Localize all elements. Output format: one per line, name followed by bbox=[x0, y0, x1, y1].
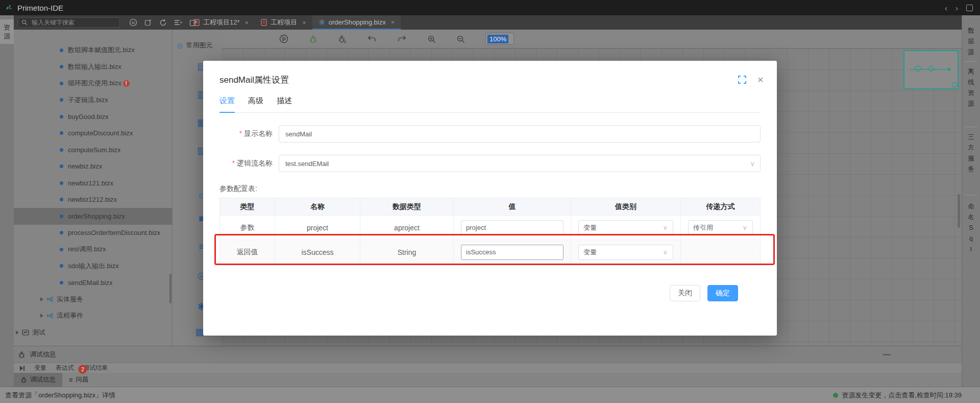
confirm-button[interactable]: 确定 bbox=[707, 285, 738, 301]
tree-item[interactable]: computeDiscount.bizx bbox=[14, 125, 172, 142]
tree-item[interactable]: processOrderItemDiscount.bizx bbox=[14, 225, 172, 242]
tree-item[interactable]: 流程事件 bbox=[14, 307, 172, 324]
refresh-icon[interactable] bbox=[159, 19, 167, 27]
tab-label: 问题 bbox=[76, 375, 88, 384]
minimize-icon[interactable]: — bbox=[883, 350, 890, 359]
gear-file-icon bbox=[318, 19, 325, 26]
file-bullet-icon bbox=[60, 131, 63, 135]
logicflow-name-select[interactable]: test.sendEMail ∨ bbox=[279, 155, 761, 172]
debug-bug-icon[interactable] bbox=[309, 35, 317, 43]
tree-item[interactable]: rest调用.bizx bbox=[14, 241, 172, 258]
tree-item[interactable]: sendEMail.bizx bbox=[14, 274, 172, 291]
value-input[interactable]: isSuccess bbox=[461, 245, 564, 260]
step-play-icon[interactable] bbox=[19, 365, 25, 371]
tab-project[interactable]: 工程项目 × bbox=[255, 15, 312, 30]
file-bullet-icon bbox=[60, 82, 63, 85]
tree-item[interactable]: buyGood.bizx bbox=[14, 108, 172, 125]
search-input[interactable] bbox=[31, 18, 109, 27]
run-debug-icon[interactable] bbox=[279, 34, 288, 43]
tab-project-12[interactable]: 工程项目12* × bbox=[187, 15, 255, 30]
chevron-down-icon: ∨ bbox=[742, 224, 747, 231]
tab-settings[interactable]: 设置 bbox=[219, 96, 235, 113]
tree-item-label: rest调用.bizx bbox=[68, 245, 106, 254]
nav-back-icon[interactable]: ‹ bbox=[945, 4, 947, 12]
bottom-tab-debug[interactable]: 调试信息 bbox=[14, 373, 62, 387]
tab-ordershopping[interactable]: orderShopping.bizx × bbox=[312, 15, 401, 30]
tab-advanced[interactable]: 高级 bbox=[248, 96, 263, 112]
debug-panel-header[interactable]: 调试信息 — bbox=[14, 346, 962, 363]
nav-forward-icon[interactable]: › bbox=[955, 4, 958, 12]
close-button[interactable]: 关闭 bbox=[670, 285, 700, 301]
value-input[interactable]: project bbox=[461, 220, 564, 235]
zoom-in-icon[interactable] bbox=[427, 35, 436, 43]
status-right-text: 资源发生变更，点击查看,检查时间:19:39 bbox=[842, 391, 962, 400]
close-icon[interactable]: × bbox=[757, 74, 764, 85]
layout-toggle-icon[interactable] bbox=[966, 5, 973, 11]
rail-tab-4[interactable]: 命名Sql bbox=[962, 201, 980, 255]
undo-icon[interactable] bbox=[367, 35, 377, 43]
file-bullet-icon bbox=[60, 49, 63, 52]
search-box[interactable] bbox=[18, 17, 120, 28]
debug-sub-tab[interactable]: 变量 bbox=[34, 364, 46, 372]
tree-item[interactable]: newbiz.bizx bbox=[14, 158, 172, 175]
sort-list-icon[interactable] bbox=[174, 19, 182, 26]
tree-item-label: newbiz.bizx bbox=[68, 162, 102, 170]
redo-icon[interactable] bbox=[397, 35, 407, 43]
expand-arrow-icon[interactable] bbox=[40, 297, 43, 301]
logicflow-name-value: test.sendEMail bbox=[285, 160, 329, 168]
canvas-minimap[interactable] bbox=[903, 50, 959, 89]
tree-item[interactable]: 数组输入输出.bizx bbox=[14, 59, 172, 76]
value-kind-select[interactable]: 变量∨ bbox=[578, 220, 673, 235]
tree-item-label: computeDiscount.bizx bbox=[68, 129, 133, 137]
tree-item[interactable]: 循环图元使用.bizx! bbox=[14, 75, 172, 92]
display-name-input[interactable]: sendMail bbox=[279, 125, 761, 143]
expand-arrow-icon[interactable] bbox=[16, 330, 19, 335]
close-icon[interactable]: × bbox=[302, 19, 306, 27]
status-left-text[interactable]: 查看资源「orderShopping.bizx」详情 bbox=[5, 391, 115, 400]
step-debug-icon[interactable] bbox=[338, 35, 347, 43]
file-bullet-icon bbox=[60, 248, 63, 251]
file-bullet-icon bbox=[60, 281, 63, 285]
tree-item[interactable]: 子逻辑流.bizx bbox=[14, 92, 172, 109]
tree-item[interactable]: newbiz1212.bizx bbox=[14, 192, 172, 208]
tab-description[interactable]: 描述 bbox=[277, 96, 292, 112]
tree-item[interactable]: sdo输入输出.bizx bbox=[14, 258, 172, 275]
collapse-icon[interactable]: ⊖ bbox=[177, 42, 183, 50]
new-module-icon[interactable] bbox=[144, 19, 152, 27]
rail-tab-1[interactable]: 数据源 bbox=[962, 26, 980, 58]
param-table: 类型 名称 数据类型 值 值类别 传递方式 参数 project aprojec… bbox=[219, 198, 761, 265]
tree-item[interactable]: computeSum.bizx bbox=[14, 141, 172, 158]
col-type: 类型 bbox=[220, 198, 275, 216]
cell-name: project bbox=[275, 216, 360, 240]
debug-sub-tab[interactable]: 表达式 bbox=[56, 364, 74, 372]
bottom-tab-problems[interactable]: ≡ 问题 bbox=[62, 373, 95, 387]
rail-tab-2[interactable]: 离线资源 bbox=[962, 66, 980, 109]
zoom-out-icon[interactable] bbox=[456, 35, 465, 43]
tree-item-label: 实体服务 bbox=[57, 295, 83, 304]
tree-item[interactable]: 实体服务 bbox=[14, 291, 172, 308]
tree-item-label: 循环图元使用.bizx bbox=[68, 79, 121, 88]
palette-group-label: 常用图元 bbox=[186, 41, 213, 50]
tree-scrollbar[interactable] bbox=[169, 274, 172, 303]
value-kind-select[interactable]: 变量∨ bbox=[578, 245, 673, 260]
fullscreen-icon[interactable] bbox=[738, 76, 746, 84]
tree-item[interactable]: newbiz121.bizx bbox=[14, 175, 172, 192]
pass-mode-select[interactable]: 传引用∨ bbox=[688, 220, 753, 235]
palette-group-header[interactable]: ⊖ 常用图元 bbox=[177, 41, 213, 50]
expand-arrow-icon[interactable] bbox=[40, 314, 43, 318]
tab-label: 调试信息 bbox=[30, 375, 56, 384]
tree-item[interactable]: 数组脚本赋值图元.bizx bbox=[14, 42, 172, 59]
close-icon[interactable]: × bbox=[245, 19, 249, 27]
rail-tab-resources[interactable]: 资源 bbox=[0, 19, 14, 44]
tree-item[interactable]: orderShopping.bizx bbox=[14, 208, 172, 225]
tree-item[interactable]: 测试 bbox=[14, 324, 172, 341]
cell-datatype: String bbox=[360, 240, 454, 265]
right-rail: 数据源离线资源三方服务命名Sql bbox=[962, 15, 980, 387]
zoom-level-input[interactable]: 100% bbox=[485, 33, 514, 45]
ai-icon[interactable]: AI bbox=[129, 18, 137, 27]
close-icon[interactable]: × bbox=[391, 18, 395, 26]
canvas-scrollbar[interactable] bbox=[958, 194, 960, 228]
status-right[interactable]: 资源发生变更，点击查看,检查时间:19:39 bbox=[833, 391, 962, 400]
rail-tab-3[interactable]: 三方服务 bbox=[962, 132, 980, 175]
debug-panel-title: 调试信息 bbox=[30, 350, 56, 359]
